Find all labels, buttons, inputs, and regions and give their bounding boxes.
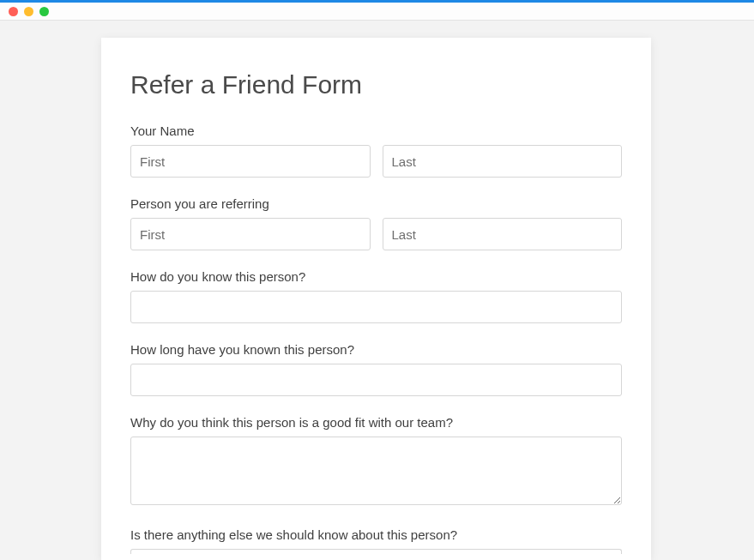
your-name-label: Your Name (130, 123, 622, 138)
minimize-icon[interactable] (24, 7, 33, 16)
anything-else-group: Is there anything else we should know ab… (130, 527, 622, 554)
close-icon[interactable] (9, 7, 18, 16)
referral-name-label: Person you are referring (130, 196, 622, 211)
zoom-icon[interactable] (39, 7, 49, 16)
your-first-name-input[interactable] (130, 145, 371, 178)
good-fit-textarea[interactable] (130, 437, 622, 505)
how-long-input[interactable] (130, 364, 622, 396)
your-last-name-input[interactable] (383, 145, 623, 178)
anything-else-label: Is there anything else we should know ab… (130, 527, 622, 542)
how-know-input[interactable] (130, 291, 622, 323)
browser-window: Refer a Friend Form Your Name Person you… (0, 0, 754, 560)
your-name-row (130, 145, 622, 178)
referral-name-group: Person you are referring (130, 196, 622, 250)
how-know-label: How do you know this person? (130, 269, 622, 284)
window-titlebar (0, 0, 754, 21)
referral-first-name-input[interactable] (130, 218, 371, 250)
your-name-group: Your Name (130, 123, 622, 178)
form-card: Refer a Friend Form Your Name Person you… (101, 38, 651, 560)
page-viewport: Refer a Friend Form Your Name Person you… (0, 21, 754, 560)
good-fit-group: Why do you think this person is a good f… (130, 415, 622, 509)
referral-name-row (130, 218, 622, 250)
how-long-group: How long have you known this person? (130, 342, 622, 396)
how-long-label: How long have you known this person? (130, 342, 622, 357)
page-title: Refer a Friend Form (130, 70, 622, 99)
referral-last-name-input[interactable] (383, 218, 623, 250)
good-fit-label: Why do you think this person is a good f… (130, 415, 622, 430)
how-know-group: How do you know this person? (130, 269, 622, 323)
anything-else-input[interactable] (130, 549, 622, 554)
